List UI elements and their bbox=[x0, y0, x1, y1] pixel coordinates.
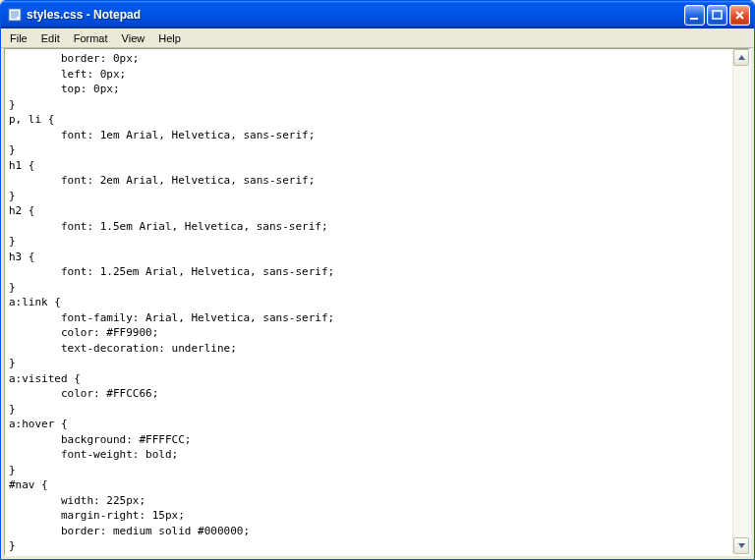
window-controls bbox=[684, 5, 750, 26]
svg-marker-10 bbox=[738, 543, 745, 548]
scroll-up-button[interactable] bbox=[733, 49, 749, 66]
menu-view[interactable]: View bbox=[115, 30, 152, 46]
menu-file[interactable]: File bbox=[3, 30, 34, 46]
notepad-icon bbox=[7, 7, 23, 23]
svg-rect-0 bbox=[9, 9, 21, 21]
maximize-button[interactable] bbox=[707, 5, 727, 26]
client-area: border: 0px; left: 0px; top: 0px; } p, l… bbox=[4, 48, 751, 556]
svg-marker-9 bbox=[738, 55, 745, 60]
close-button[interactable] bbox=[729, 5, 750, 26]
minimize-button[interactable] bbox=[684, 5, 705, 26]
scrollbar-track[interactable] bbox=[733, 66, 749, 537]
svg-rect-5 bbox=[690, 18, 698, 20]
menu-help[interactable]: Help bbox=[151, 30, 188, 46]
notepad-window: styles.css - Notepad File Edit Format Vi… bbox=[0, 0, 755, 560]
menu-edit[interactable]: Edit bbox=[34, 30, 67, 46]
scroll-down-button[interactable] bbox=[733, 537, 749, 554]
editor-textarea[interactable]: border: 0px; left: 0px; top: 0px; } p, l… bbox=[5, 49, 732, 554]
menu-format[interactable]: Format bbox=[67, 30, 115, 46]
titlebar[interactable]: styles.css - Notepad bbox=[1, 1, 754, 28]
window-title: styles.css - Notepad bbox=[27, 8, 684, 22]
svg-rect-6 bbox=[713, 11, 722, 19]
vertical-scrollbar[interactable] bbox=[732, 49, 749, 554]
menubar: File Edit Format View Help bbox=[1, 28, 754, 48]
